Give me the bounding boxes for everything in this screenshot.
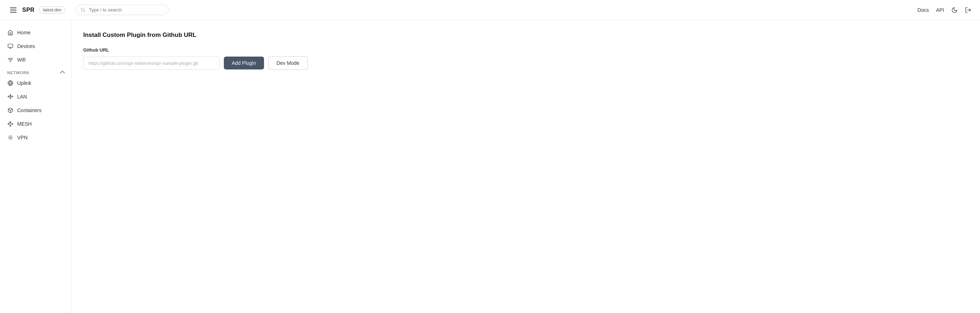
github-url-label: Github URL: [83, 47, 969, 53]
version-badge: latest-dev: [39, 6, 65, 14]
sidebar-item-containers[interactable]: Containers: [0, 103, 72, 117]
sidebar-item-mesh[interactable]: MESH: [0, 117, 72, 131]
content-panel: Install Custom Plugin from Github URL Gi…: [72, 20, 980, 313]
sidebar-item-wifi-label: Wifi: [17, 57, 25, 63]
input-row: Add Plugin Dev Mode: [83, 56, 969, 70]
docs-link[interactable]: Docs: [918, 7, 929, 13]
svg-rect-9: [8, 96, 9, 97]
hamburger-menu-icon[interactable]: [9, 6, 18, 14]
sidebar-item-home[interactable]: Home: [0, 26, 72, 40]
lan-icon: [7, 93, 14, 100]
svg-rect-12: [10, 98, 11, 99]
sidebar-item-vpn-label: VPN: [17, 134, 28, 141]
header-left: SPR latest-dev: [9, 5, 169, 15]
svg-point-28: [9, 136, 13, 140]
svg-rect-20: [12, 123, 13, 125]
svg-rect-21: [10, 125, 11, 126]
sidebar-item-mesh-label: MESH: [17, 121, 32, 127]
sidebar-item-containers-label: Containers: [17, 107, 41, 113]
sidebar-item-devices[interactable]: Devices: [0, 40, 72, 53]
sidebar-item-home-label: Home: [17, 30, 30, 35]
layout: Home Devices Wifi: [0, 20, 980, 313]
svg-rect-10: [10, 95, 11, 96]
main-content: Install Custom Plugin from Github URL Gi…: [72, 20, 980, 313]
search-input[interactable]: [89, 7, 163, 13]
page-title: Install Custom Plugin from Github URL: [83, 32, 969, 39]
monitor-icon: [7, 43, 14, 49]
search-bar: [75, 5, 169, 15]
svg-rect-3: [8, 44, 13, 47]
api-link[interactable]: API: [936, 7, 944, 13]
github-url-input[interactable]: [83, 57, 220, 70]
sidebar-item-vpn[interactable]: VPN: [0, 131, 72, 144]
wifi-icon: [7, 57, 14, 63]
logout-button[interactable]: [965, 7, 971, 13]
chevron-up-icon: [60, 71, 65, 76]
svg-rect-11: [12, 96, 13, 97]
svg-line-1: [84, 11, 85, 12]
home-icon: [7, 29, 14, 36]
add-plugin-button[interactable]: Add Plugin: [224, 57, 264, 70]
sidebar-item-lan[interactable]: LAN: [0, 90, 72, 103]
search-icon: [81, 8, 86, 13]
sidebar-item-uplink-label: Uplink: [17, 80, 31, 86]
svg-line-26: [9, 122, 10, 123]
brand-name: SPR: [22, 7, 35, 13]
sidebar-item-lan-label: LAN: [17, 94, 27, 100]
header: SPR latest-dev Docs API: [0, 0, 980, 20]
dev-mode-button[interactable]: Dev Mode: [268, 56, 308, 70]
box-icon: [7, 107, 14, 114]
sidebar-item-devices-label: Devices: [17, 43, 35, 49]
vpn-icon: [7, 134, 14, 141]
sidebar-item-uplink[interactable]: Uplink: [0, 76, 72, 90]
theme-toggle-button[interactable]: [951, 7, 958, 13]
svg-point-27: [10, 137, 11, 138]
sidebar-item-wifi[interactable]: Wifi: [0, 53, 72, 66]
network-section-label: NETWORK: [0, 66, 72, 76]
svg-rect-18: [8, 123, 9, 125]
svg-point-6: [10, 62, 10, 62]
header-right: Docs API: [918, 7, 971, 13]
svg-rect-19: [10, 122, 11, 122]
mesh-icon: [7, 121, 14, 127]
sidebar: Home Devices Wifi: [0, 20, 72, 313]
globe-icon: [7, 80, 14, 86]
svg-point-0: [81, 8, 85, 11]
